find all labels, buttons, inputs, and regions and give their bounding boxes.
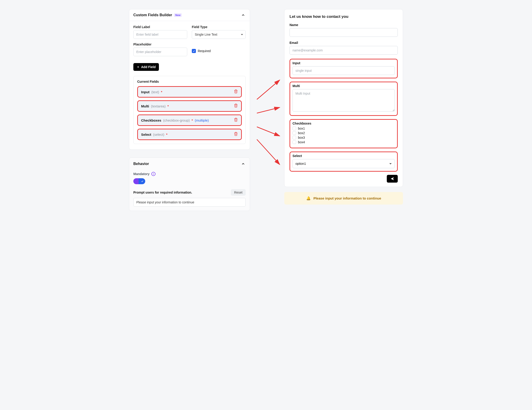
field-type: (textarea)	[151, 104, 166, 108]
checkbox-option[interactable]: box4	[293, 140, 395, 144]
highlight-input: Input	[290, 59, 398, 78]
preview-title: Let us know how to contact you	[290, 14, 398, 19]
placeholder-input[interactable]	[133, 48, 187, 56]
checkbox-text: box1	[298, 127, 305, 130]
checkbox-text: box4	[298, 140, 305, 144]
behavior-title: Behavior	[133, 162, 149, 166]
checkbox-option[interactable]: box3	[293, 136, 395, 139]
trash-icon[interactable]	[234, 132, 238, 137]
highlight-multi: Multi	[290, 82, 398, 116]
trash-icon[interactable]	[234, 104, 238, 108]
name-input[interactable]	[290, 28, 398, 37]
builder-title: Custom Fields Builder New	[133, 13, 182, 17]
trash-icon[interactable]	[234, 118, 238, 123]
field-type: (select)	[153, 133, 164, 137]
field-name: Multi	[141, 104, 149, 108]
highlight-checkboxes: Checkboxes box1 box2 box3 box4	[290, 119, 398, 148]
required-label: Required	[198, 49, 211, 53]
chevron-up-icon[interactable]	[241, 13, 246, 18]
field-label-input[interactable]	[133, 30, 187, 39]
required-star: *	[191, 118, 193, 122]
send-icon	[390, 177, 394, 181]
info-banner: 🔔 Please input your information to conti…	[284, 192, 403, 205]
checkbox-icon	[293, 131, 296, 135]
select-input[interactable]: option1	[293, 159, 395, 168]
checkbox-text: box2	[298, 131, 305, 135]
reset-button[interactable]: Reset	[231, 189, 246, 196]
multi-label: Multi	[293, 84, 395, 88]
svg-line-14	[257, 139, 280, 165]
builder-title-text: Custom Fields Builder	[133, 13, 172, 17]
svg-line-12	[257, 107, 280, 113]
new-badge: New	[174, 13, 182, 17]
current-fields-title: Current Fields	[137, 80, 242, 83]
banner-text: Please input your information to continu…	[314, 196, 381, 200]
mandatory-label: Mandatory	[133, 172, 150, 176]
field-row[interactable]: Select (select) *	[137, 129, 242, 140]
toggle-knob	[140, 179, 145, 184]
prompt-label: Prompt users for required information.	[133, 191, 192, 194]
name-label: Name	[290, 23, 398, 27]
checkbox-option[interactable]: box2	[293, 131, 395, 135]
add-field-label: Add Field	[141, 65, 156, 69]
required-checkbox[interactable]	[192, 49, 196, 53]
checkbox-text: box3	[298, 136, 305, 139]
behavior-panel: Behavior Mandatory i Prompt users for re…	[129, 157, 250, 211]
checkbox-option[interactable]: box1	[293, 127, 395, 130]
field-name: Input	[141, 90, 150, 94]
required-star: *	[161, 90, 162, 94]
checkboxes-label: Checkboxes	[293, 122, 395, 125]
checkbox-icon	[293, 127, 296, 130]
required-star: *	[167, 104, 169, 108]
submit-button[interactable]	[387, 175, 398, 183]
placeholder-label: Placeholder	[133, 42, 187, 46]
field-row[interactable]: Multi (textarea) *	[137, 100, 242, 112]
input-label: Input	[293, 61, 395, 65]
field-name: Checkboxes	[141, 118, 161, 122]
field-row[interactable]: Checkboxes (checkbox-group) * (multiple)	[137, 115, 242, 126]
mandatory-toggle[interactable]	[133, 178, 145, 184]
svg-line-11	[257, 80, 280, 99]
plus-icon	[137, 65, 140, 68]
field-label-label: Field Label	[133, 25, 187, 29]
prompt-input[interactable]	[133, 198, 246, 207]
highlight-select: Select option1	[290, 152, 398, 172]
multi-textarea[interactable]	[293, 89, 395, 112]
checkbox-icon	[293, 136, 296, 139]
field-type-select[interactable]: Single Line Text	[192, 30, 246, 39]
field-type-label: Field Type	[192, 25, 246, 29]
field-row[interactable]: Input (text) *	[137, 86, 242, 98]
select-label: Select	[293, 154, 395, 158]
add-field-button[interactable]: Add Field	[133, 63, 159, 71]
chevron-up-icon[interactable]	[241, 161, 246, 166]
custom-fields-builder-panel: Custom Fields Builder New Field Label Fi…	[129, 9, 250, 150]
required-star: *	[166, 133, 167, 137]
info-icon[interactable]: i	[151, 172, 155, 176]
bell-icon: 🔔	[306, 196, 311, 200]
single-input[interactable]	[293, 66, 395, 75]
checkbox-icon	[293, 140, 296, 144]
svg-line-13	[257, 127, 280, 136]
email-input[interactable]	[290, 46, 398, 55]
email-label: Email	[290, 41, 398, 45]
field-type: (checkbox-group)	[163, 118, 190, 122]
field-type: (text)	[151, 90, 159, 94]
current-fields-box: Current Fields Input (text) * Multi (tex…	[133, 76, 246, 144]
preview-form-panel: Let us know how to contact you Name Emai…	[284, 9, 403, 187]
field-name: Select	[141, 133, 151, 137]
trash-icon[interactable]	[234, 89, 238, 94]
multiple-tag: (multiple)	[195, 118, 209, 122]
